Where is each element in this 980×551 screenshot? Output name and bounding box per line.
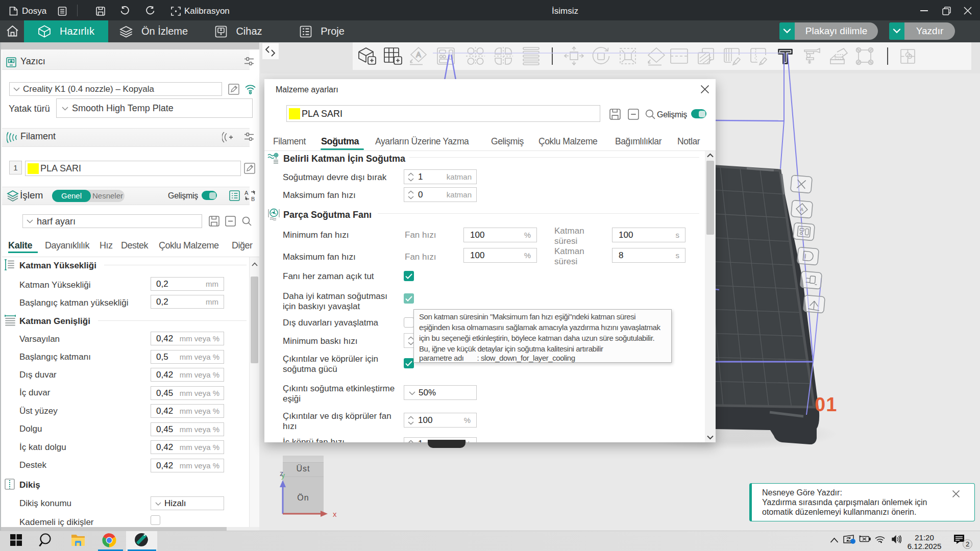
svg-text:B: B bbox=[251, 196, 255, 202]
svg-text:x: x bbox=[333, 510, 337, 518]
svg-text:z: z bbox=[280, 469, 283, 478]
svg-text:A: A bbox=[800, 207, 804, 213]
svg-text:01: 01 bbox=[815, 394, 837, 415]
svg-text:A: A bbox=[244, 190, 249, 196]
